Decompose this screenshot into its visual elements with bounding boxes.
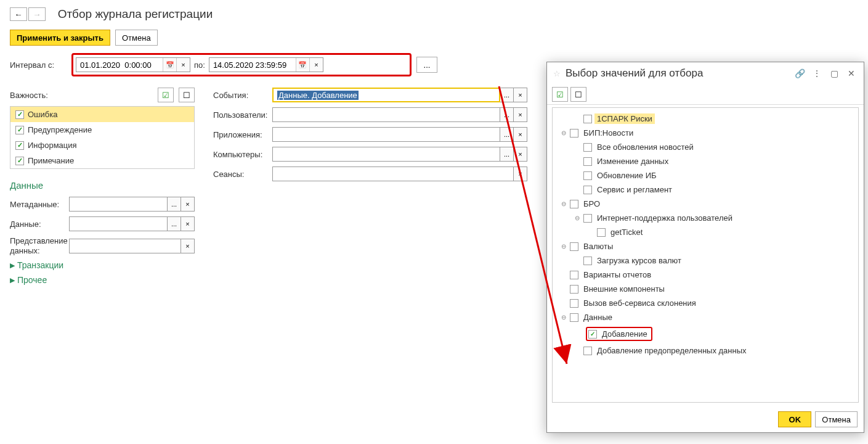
- other-expand[interactable]: ▶ Прочее: [10, 275, 195, 285]
- tree-item[interactable]: ✓Добавление: [558, 324, 856, 343]
- expand-icon[interactable]: ⊖: [560, 200, 567, 207]
- representation-field[interactable]: [69, 239, 181, 253]
- users-clear-button[interactable]: ×: [514, 107, 527, 122]
- values-tree[interactable]: 1СПАРК Риски⊖БИП:НовостиВсе обновления н…: [552, 107, 859, 403]
- apply-close-button[interactable]: Применить и закрыть: [10, 30, 110, 46]
- tree-item[interactable]: ⊖БИП:Новости: [558, 126, 856, 140]
- metadata-clear-button[interactable]: ×: [181, 197, 195, 212]
- apps-clear-button[interactable]: ×: [514, 127, 527, 142]
- tree-item[interactable]: Сервис и регламент: [558, 183, 856, 197]
- users-field[interactable]: [272, 107, 500, 122]
- checkbox-icon[interactable]: ✓: [15, 126, 24, 134]
- tree-item[interactable]: ⊖Валюты: [558, 239, 856, 253]
- importance-item-info[interactable]: ✓ Информация: [10, 138, 194, 153]
- checkbox[interactable]: [570, 200, 578, 208]
- metadata-field[interactable]: [69, 197, 168, 212]
- checkbox[interactable]: [597, 228, 606, 237]
- tree-item-label: Валюты: [581, 241, 615, 252]
- events-clear-button[interactable]: ×: [514, 88, 527, 102]
- computers-clear-button[interactable]: ×: [514, 147, 527, 162]
- computers-select-button[interactable]: ...: [500, 147, 514, 162]
- representation-clear-button[interactable]: ×: [181, 239, 195, 253]
- checkbox[interactable]: ✓: [588, 330, 597, 339]
- favorite-icon[interactable]: ☆: [553, 69, 561, 78]
- check-all-button[interactable]: ☑: [158, 88, 174, 102]
- expand-icon[interactable]: ⊖: [574, 215, 581, 221]
- link-icon[interactable]: 🔗: [793, 67, 806, 80]
- tree-item[interactable]: getTicket: [558, 225, 856, 239]
- modal-cancel-button[interactable]: Отмена: [815, 411, 858, 427]
- tree-item[interactable]: Все обновления новостей: [558, 140, 856, 154]
- importance-item-error[interactable]: ✓ Ошибка: [10, 107, 194, 122]
- sessions-clear-button[interactable]: ×: [514, 166, 527, 181]
- metadata-select-button[interactable]: ...: [168, 197, 181, 212]
- checkbox[interactable]: [583, 143, 592, 152]
- importance-item-warning[interactable]: ✓ Предупреждение: [10, 122, 194, 138]
- interval-to-field[interactable]: 📅 ×: [209, 57, 323, 72]
- checkbox[interactable]: [583, 186, 592, 194]
- apps-field[interactable]: [272, 127, 500, 142]
- uncheck-all-button[interactable]: ☐: [570, 87, 586, 102]
- tree-item[interactable]: Внешние компоненты: [558, 282, 856, 296]
- data-clear-button[interactable]: ×: [181, 216, 195, 231]
- events-field[interactable]: Данные. Добавление: [272, 88, 500, 102]
- close-icon[interactable]: ✕: [845, 67, 858, 80]
- data-select-button[interactable]: ...: [168, 216, 181, 231]
- computers-label: Компьютеры:: [213, 150, 269, 159]
- users-select-button[interactable]: ...: [500, 107, 514, 122]
- checkbox-icon[interactable]: ✓: [15, 141, 24, 150]
- checkbox-icon[interactable]: ✓: [15, 110, 24, 119]
- transactions-expand[interactable]: ▶ Транзакции: [10, 260, 195, 270]
- expand-icon[interactable]: ⊖: [560, 243, 567, 250]
- tree-item[interactable]: 1СПАРК Риски: [558, 112, 856, 126]
- checkbox[interactable]: [583, 157, 592, 166]
- clear-to-button[interactable]: ×: [309, 58, 323, 72]
- checkbox[interactable]: [570, 313, 578, 322]
- checkbox[interactable]: [570, 242, 578, 251]
- expand-icon[interactable]: ⊖: [560, 130, 567, 136]
- tree-item[interactable]: Изменение данных: [558, 154, 856, 168]
- tree-item[interactable]: Обновление ИБ: [558, 168, 856, 183]
- nav-forward-button[interactable]: →: [28, 7, 46, 21]
- computers-field[interactable]: [272, 147, 500, 162]
- check-all-button[interactable]: ☑: [552, 87, 568, 102]
- checkbox[interactable]: [570, 129, 578, 138]
- tree-item[interactable]: Варианты отчетов: [558, 268, 856, 282]
- uncheck-all-button[interactable]: ☐: [179, 88, 195, 102]
- checkbox[interactable]: [583, 171, 592, 180]
- calendar-icon[interactable]: 📅: [163, 58, 176, 72]
- interval-to-input[interactable]: [209, 58, 296, 72]
- interval-from-field[interactable]: 📅 ×: [76, 57, 190, 72]
- maximize-icon[interactable]: ▢: [828, 67, 840, 80]
- calendar-icon[interactable]: 📅: [296, 58, 309, 72]
- checkbox[interactable]: [583, 115, 592, 123]
- sessions-field[interactable]: [272, 166, 514, 181]
- clear-from-button[interactable]: ×: [176, 58, 190, 72]
- events-select-button[interactable]: ...: [500, 88, 514, 102]
- checkbox-icon[interactable]: ✓: [15, 157, 24, 165]
- modal-ok-button[interactable]: OK: [778, 411, 811, 427]
- tree-item[interactable]: Добавление предопределенных данных: [558, 343, 856, 358]
- tree-item[interactable]: Вызов веб-сервиса склонения: [558, 296, 856, 310]
- menu-icon[interactable]: ⋮: [811, 67, 823, 80]
- tree-item[interactable]: ⊖БРО: [558, 197, 856, 211]
- interval-from-input[interactable]: [76, 58, 163, 72]
- checkbox[interactable]: [583, 257, 592, 265]
- checkbox[interactable]: [583, 214, 592, 223]
- tree-item[interactable]: ⊖Интернет-поддержка пользователей: [558, 211, 856, 225]
- expand-icon[interactable]: ⊖: [560, 314, 567, 321]
- tree-item[interactable]: ⊖Данные: [558, 310, 856, 324]
- tree-item[interactable]: Загрузка курсов валют: [558, 253, 856, 268]
- checkbox[interactable]: [570, 271, 578, 279]
- checkbox[interactable]: [583, 347, 592, 355]
- apps-select-button[interactable]: ...: [500, 127, 514, 142]
- checkbox[interactable]: [570, 299, 578, 308]
- data-field[interactable]: [69, 216, 168, 231]
- cancel-button[interactable]: Отмена: [115, 30, 158, 46]
- nav-back-button[interactable]: ←: [10, 7, 27, 21]
- importance-item-note[interactable]: ✓ Примечание: [10, 153, 194, 168]
- modal-title: Выбор значений для отбора: [566, 67, 789, 80]
- importance-list: ✓ Ошибка ✓ Предупреждение ✓ Информация ✓…: [10, 106, 195, 169]
- checkbox[interactable]: [570, 285, 578, 294]
- interval-more-button[interactable]: ...: [416, 57, 437, 73]
